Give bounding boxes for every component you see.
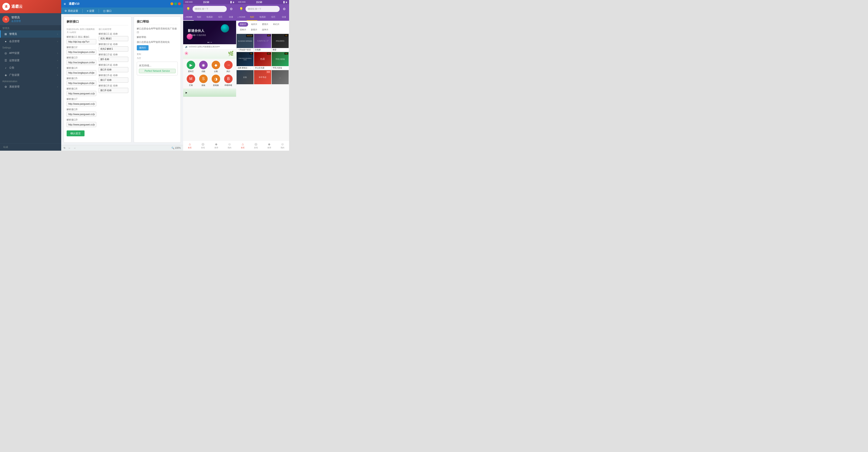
- movie-card-2[interactable]: うさぎドロップ HD 白兔糖: [254, 34, 271, 52]
- window-titlebar: 🖥 通霸V10: [61, 0, 183, 7]
- cat-war[interactable]: 战争片: [260, 28, 270, 32]
- speaker-icon: 🔊: [185, 46, 188, 48]
- app-iqiyi[interactable]: ▶ 爱奇艺: [186, 61, 196, 73]
- app-icon: ◎: [4, 52, 7, 55]
- form-right-desc: 接口名称管理: [99, 28, 128, 31]
- bottom-recommend-right[interactable]: ◈ 推荐: [263, 142, 276, 149]
- movie-card-3[interactable]: #NUDES HD 裸爱: [272, 34, 289, 52]
- window-toolbar: ⚙ 系统设置 ≡ 设置 ◫ 接口: [61, 7, 183, 14]
- help-title: 接口帮助: [137, 20, 178, 25]
- settings-icon-left[interactable]: ⚙: [228, 6, 234, 12]
- tab-home-right[interactable]: ⌂HOME: [236, 14, 247, 21]
- interface-name-1[interactable]: [99, 36, 128, 41]
- bottom-recommend-left[interactable]: ◈ 推荐: [210, 142, 223, 149]
- footer-icon-1: ↻: [64, 147, 65, 149]
- bottom-profile-left[interactable]: ☺ 我的: [223, 142, 236, 149]
- wifi-icon-right: ▊: [283, 1, 285, 3]
- maximize-btn[interactable]: [174, 2, 177, 5]
- window-content: 解析接口 快速访问URL 推荐小视频网相关 Up相应 解析接口1 首以 播放1 …: [61, 14, 183, 145]
- interface-name-6[interactable]: [99, 88, 128, 93]
- tab-tv-left[interactable]: 电视剧: [204, 14, 215, 21]
- cat-drama[interactable]: 剧情片: [249, 28, 259, 32]
- movie-title-9: [272, 84, 289, 85]
- interface-input-6[interactable]: [67, 91, 96, 96]
- app-mango[interactable]: M 芒果: [186, 74, 196, 87]
- chevron-right-icon: ›: [57, 59, 58, 62]
- admin-nav: 管理员 ⊞ 管理员 › ● 会员管理 › Settings ◎ APP设置 › …: [0, 25, 61, 143]
- help-action-btn[interactable]: 接到行: [137, 45, 149, 50]
- poster-text-2: うさぎドロップ: [256, 39, 269, 42]
- interface-input-8[interactable]: [67, 112, 96, 117]
- interface-input-1[interactable]: [67, 39, 96, 44]
- bottom-home-left[interactable]: ⌂ 首页: [183, 142, 196, 149]
- search-bar-left[interactable]: 嗯得找 搜一下: [193, 6, 227, 12]
- app-bilibili[interactable]: B 哔哩哔哩: [223, 74, 234, 87]
- nav-item-ads[interactable]: ◈ 广告设置 ›: [0, 71, 61, 79]
- interface-input-3[interactable]: [67, 60, 96, 65]
- nav-item-app[interactable]: ◎ APP设置 ›: [0, 50, 61, 57]
- cat-romance[interactable]: 爱情片: [260, 22, 270, 27]
- cat-action[interactable]: 动作片: [249, 22, 259, 27]
- nav-item-system[interactable]: ⚙ 系统管理 ›: [0, 83, 61, 90]
- tab-variety-right[interactable]: 综艺: [268, 14, 279, 21]
- search-bar-right[interactable]: 嗯得找 搜一下: [246, 6, 280, 12]
- interface-input-7[interactable]: [67, 101, 96, 107]
- movie-card-1[interactable]: EUGENE MIRMAN HD无字 一开始是个笑话: [237, 34, 253, 52]
- movie-card-8[interactable]: 半不号召 顶部: [254, 70, 271, 85]
- tab-movies-left[interactable]: 电影: [194, 14, 204, 21]
- interface-name-4[interactable]: [99, 67, 128, 72]
- interface-input-9[interactable]: [67, 122, 96, 127]
- nav-app-label: APP设置: [9, 51, 20, 55]
- right-row-3: 解析接口3 起 名称: [99, 53, 128, 62]
- app-youku[interactable]: ◉ 优酷: [198, 61, 209, 73]
- minimize-btn[interactable]: [170, 2, 173, 5]
- app-fengxing[interactable]: → 风行: [223, 61, 234, 73]
- right-label-3: 解析接口3 起 名称: [99, 53, 128, 56]
- bottom-discover-left[interactable]: ◎ 发现: [196, 142, 210, 149]
- tab-movies-right[interactable]: 电影: [247, 14, 257, 21]
- bottom-home-right[interactable]: ⌂ 首页: [236, 142, 249, 149]
- app-qq[interactable]: ◆ 企鹅: [211, 61, 221, 73]
- tab-tv-right[interactable]: 电视剧: [257, 14, 268, 21]
- interface-name-2[interactable]: [99, 47, 128, 52]
- bulb-icon[interactable]: 💡: [185, 6, 191, 12]
- tab-variety-left[interactable]: 综艺: [215, 14, 225, 21]
- bulb-icon-right[interactable]: 💡: [238, 6, 244, 12]
- interface-input-2[interactable]: [67, 50, 96, 55]
- nav-item-admin[interactable]: ⊞ 管理员 ›: [0, 30, 61, 38]
- cat-scifi[interactable]: 科幻片: [271, 22, 281, 27]
- toolbar-interface-btn[interactable]: ◫ 接口: [102, 9, 113, 13]
- field-label-7: 解析接口7: [67, 97, 96, 101]
- interface-name-5[interactable]: [99, 78, 128, 83]
- tab-anime-right[interactable]: 动漫: [279, 14, 289, 21]
- tab-anime-left[interactable]: 动漫: [225, 14, 236, 21]
- announcement: 🔊 04月05日 运营公司级通霸云演示APP: [183, 44, 236, 50]
- toolbar-system-btn[interactable]: ⚙ 系统设置: [63, 9, 80, 13]
- toolbar-settings-btn[interactable]: ≡ 设置: [86, 9, 96, 13]
- cat-horror[interactable]: 恐怖片: [238, 28, 248, 32]
- mobile-topbar-right: 💡 嗯得找 搜一下 ⚙: [236, 4, 289, 14]
- close-btn[interactable]: [178, 2, 181, 5]
- tab-home-left[interactable]: ⌂HOME: [183, 14, 194, 21]
- app-sohu[interactable]: S 搜狐: [198, 74, 209, 87]
- bottom-discover-right[interactable]: ◎ 发现: [249, 142, 262, 149]
- bottom-profile-right[interactable]: ☺ 我的: [276, 142, 289, 149]
- interface-name-3[interactable]: [99, 57, 128, 62]
- movie-card-7[interactable]: 剧集: [237, 70, 253, 85]
- movie-card-5[interactable]: 色霸 HD 开心巨无霸: [254, 52, 271, 70]
- cat-comedy[interactable]: 喜剧片: [238, 22, 248, 27]
- nav-item-notice[interactable]: ♪ 公告 ›: [0, 64, 61, 71]
- movie-card-9[interactable]: ...: [272, 70, 289, 85]
- interface-input-4[interactable]: [67, 70, 96, 76]
- user-area: N 管理员 会员管理: [0, 13, 61, 25]
- confirm-submit-btn[interactable]: 确认提交: [67, 130, 85, 136]
- footer-text: 站成: [3, 146, 8, 148]
- app-pear[interactable]: ◑ 梨视频: [211, 74, 221, 87]
- interface-input-5[interactable]: [67, 81, 96, 86]
- settings-icon-right[interactable]: ⚙: [281, 6, 287, 12]
- movie-card-6[interactable]: 平民大富翁 HD 平民大富翁: [272, 52, 289, 70]
- right-label-6: 解析接口6 起 名称: [99, 84, 128, 87]
- nav-item-member[interactable]: ● 会员管理 ›: [0, 38, 61, 45]
- nav-item-operations[interactable]: ☰ 运营设置 ›: [0, 57, 61, 64]
- movie-card-4[interactable]: TOM SEGURA BALL HOG HD 汤姆·赛格拉：球霸: [237, 52, 253, 70]
